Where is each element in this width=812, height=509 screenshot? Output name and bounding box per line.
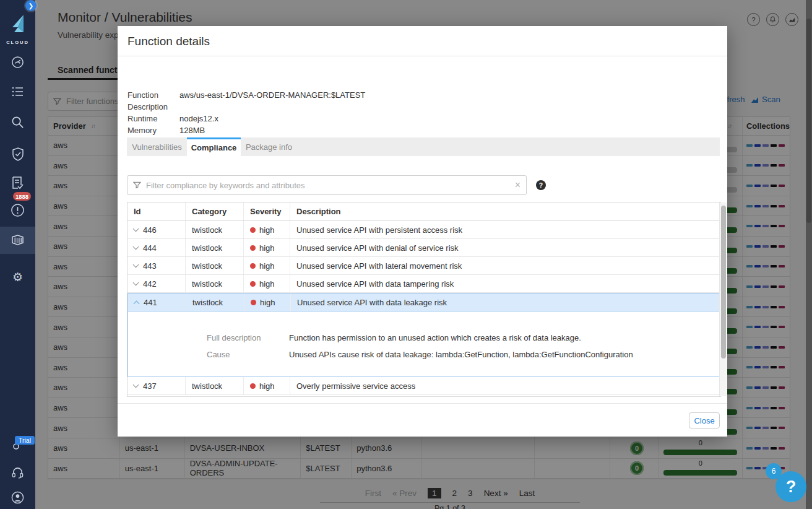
- compliance-row-442[interactable]: 442 twistlock high Unused service API wi…: [127, 275, 720, 293]
- chevron-down-icon[interactable]: [133, 261, 139, 268]
- compliance-row-441[interactable]: 441 twistlock high Unused service API wi…: [128, 294, 720, 312]
- modal-title: Function details: [127, 35, 210, 48]
- sidebar-collapse-toggle[interactable]: ❯: [25, 0, 37, 11]
- col-category[interactable]: Category: [186, 202, 244, 220]
- clear-filter-icon[interactable]: ×: [515, 180, 520, 190]
- compliance-table: Id Category Severity Description 446 twi…: [127, 202, 721, 397]
- compliance-table-header: Id Category Severity Description: [127, 202, 720, 221]
- trial-badge: Trial: [15, 436, 35, 445]
- filter-help-icon[interactable]: ?: [536, 180, 546, 190]
- expanded-row-group: 441 twistlock high Unused service API wi…: [127, 293, 720, 377]
- cause-value: Unused APIs cause risk of data leakage: …: [289, 350, 633, 359]
- cause-label: Cause: [207, 350, 230, 359]
- sidebar-item-settings[interactable]: ⚙︎: [0, 270, 35, 284]
- severity-dot: [250, 245, 256, 251]
- compliance-row-446[interactable]: 446 twistlock high Unused service API wi…: [127, 221, 720, 239]
- sidebar-item-alerts[interactable]: [0, 203, 35, 217]
- severity-dot: [250, 227, 256, 233]
- compliance-filter[interactable]: ×: [127, 175, 527, 195]
- severity-dot: [250, 383, 256, 389]
- compliance-filter-input[interactable]: [146, 181, 510, 190]
- compliance-row-443[interactable]: 443 twistlock high Unused service API wi…: [127, 257, 720, 275]
- table-scrollbar-thumb[interactable]: [721, 206, 726, 359]
- full-description-value: Function has permission to an unused act…: [289, 333, 581, 342]
- help-question-icon[interactable]: ?: [775, 471, 806, 502]
- severity-dot: [250, 281, 256, 287]
- col-id[interactable]: Id: [127, 202, 186, 220]
- tab-compliance[interactable]: Compliance: [187, 137, 241, 156]
- row-441-details: Full description Function has permission…: [128, 312, 720, 376]
- chevron-down-icon[interactable]: [133, 225, 139, 232]
- function-details-modal: Function details Functionaws/us-east-1/D…: [118, 26, 727, 437]
- sidebar-item-policies[interactable]: [0, 86, 35, 97]
- detail-description: Description: [127, 102, 179, 114]
- sidebar-item-user[interactable]: [0, 491, 35, 504]
- sidebar-item-search[interactable]: [0, 116, 35, 129]
- alerts-badge: 1888: [13, 192, 31, 201]
- logo-text: CLOUD: [0, 40, 35, 45]
- sidebar-item-compliance[interactable]: [0, 176, 35, 189]
- help-widget[interactable]: 6 ?: [760, 456, 810, 505]
- detail-memory: Memory128MB: [127, 126, 205, 137]
- sidebar: CLOUD 1888 ⚙︎ Trial: [0, 0, 35, 509]
- app-logo: [0, 14, 35, 35]
- severity-dot: [250, 263, 256, 269]
- sidebar-item-containers[interactable]: [0, 234, 35, 246]
- chevron-down-icon[interactable]: [133, 243, 139, 250]
- compliance-row-437[interactable]: 437 twistlock high Overly permissive ser…: [127, 377, 720, 395]
- chevron-down-icon[interactable]: [133, 381, 139, 388]
- close-button[interactable]: Close: [689, 412, 720, 429]
- table-scrollbar[interactable]: [719, 202, 727, 396]
- chevron-up-icon[interactable]: [134, 301, 140, 307]
- chevron-down-icon[interactable]: [133, 279, 139, 285]
- funnel-icon: [133, 181, 141, 189]
- detail-function: Functionaws/us-east-1/DVSA-ORDER-MANAGER…: [127, 90, 365, 102]
- sidebar-item-support[interactable]: [0, 466, 35, 479]
- screen: Monitor / Vulnerabilities Vulnerability …: [0, 0, 812, 509]
- full-description-label: Full description: [207, 333, 261, 342]
- tab-package-info[interactable]: Package info: [241, 137, 297, 156]
- col-description[interactable]: Description: [290, 202, 720, 220]
- tab-vulnerabilities[interactable]: Vulnerabilities: [127, 137, 187, 156]
- severity-dot: [251, 300, 256, 305]
- col-severity[interactable]: Severity: [244, 202, 290, 220]
- sidebar-item-defend[interactable]: [0, 147, 35, 161]
- detail-runtime: Runtimenodejs12.x: [127, 114, 218, 126]
- compliance-row-444[interactable]: 444 twistlock high Unused service API wi…: [127, 239, 720, 257]
- sidebar-item-dashboard[interactable]: [0, 56, 35, 69]
- modal-tabs: Vulnerabilities Compliance Package info: [127, 137, 720, 156]
